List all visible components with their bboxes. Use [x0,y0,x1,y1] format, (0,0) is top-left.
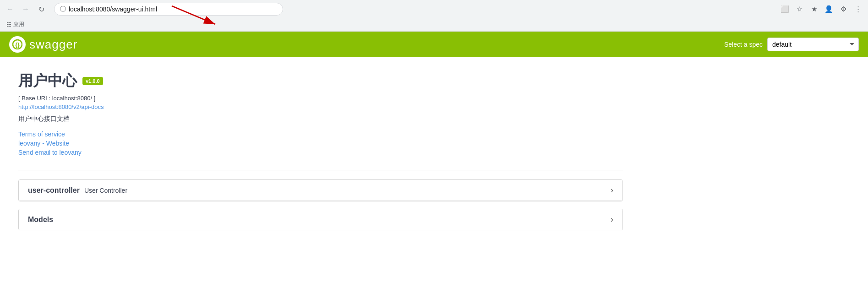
svg-text:{}: {} [15,41,20,48]
section-title-group: user-controller User Controller [28,186,127,195]
forward-button[interactable]: → [19,3,32,16]
website-link[interactable]: leovany - Website [18,140,623,147]
address-bar[interactable]: ⓘ [54,3,283,16]
terms-of-service-link[interactable]: Terms of service [18,130,623,138]
spec-label: Select a spec [724,41,763,48]
spec-select[interactable]: default [767,38,859,51]
apps-label: 应用 [13,21,24,28]
bookmark-this-button[interactable]: ★ [808,3,820,16]
api-links: Terms of service leovany - Website Send … [18,130,623,156]
profile-button[interactable]: 👤 [822,3,835,16]
swagger-logo: {} swagger [9,36,77,53]
reload-button[interactable]: ↻ [35,3,48,16]
extensions-button[interactable]: ⚙ [837,3,850,16]
section-divider [18,170,623,170]
browser-actions: ⬜ ☆ ★ 👤 ⚙ ⋮ [778,3,864,16]
apps-button[interactable]: ☷ 应用 [4,20,27,29]
security-icon: ⓘ [60,5,66,13]
browser-chrome: ← → ↻ ⓘ ⬜ ☆ ★ 👤 ⚙ ⋮ ☷ 应用 [0,0,868,32]
models-section: Models › [18,209,623,230]
apps-grid-icon: ☷ [6,22,11,28]
api-docs-link[interactable]: http://localhost:8080/v2/api-docs [18,103,623,110]
models-title: Models [28,216,53,224]
api-description: 用户中心接口文档 [18,115,623,123]
swagger-logo-text: swagger [29,38,77,52]
back-button[interactable]: ← [4,3,16,16]
controller-name: user-controller [28,186,80,195]
browser-toolbar: ← → ↻ ⓘ ⬜ ☆ ★ 👤 ⚙ ⋮ [0,0,868,18]
controller-desc: User Controller [84,187,127,194]
swagger-header: {} swagger Select a spec default [0,32,868,57]
swagger-logo-icon: {} [9,36,26,53]
bookmarks-button[interactable]: ☆ [793,3,806,16]
address-input[interactable] [69,5,277,13]
user-controller-section: user-controller User Controller › [18,179,623,201]
controller-chevron-icon: › [611,185,613,195]
version-badge: v1.0.0 [82,77,103,85]
swagger-main-content: 用户中心 v1.0.0 [ Base URL: localhost:8080/ … [0,57,641,244]
cast-button[interactable]: ⬜ [778,3,791,16]
menu-button[interactable]: ⋮ [852,3,864,16]
email-link[interactable]: Send email to leovany [18,149,623,156]
user-controller-header[interactable]: user-controller User Controller › [19,180,622,201]
models-header[interactable]: Models › [19,209,622,230]
api-title: 用户中心 [18,71,77,91]
base-url: [ Base URL: localhost:8080/ ] [18,95,623,102]
models-chevron-icon: › [611,215,613,224]
bookmarks-bar: ☷ 应用 [0,18,868,31]
api-title-row: 用户中心 v1.0.0 [18,71,623,91]
spec-selector: Select a spec default [724,38,859,51]
